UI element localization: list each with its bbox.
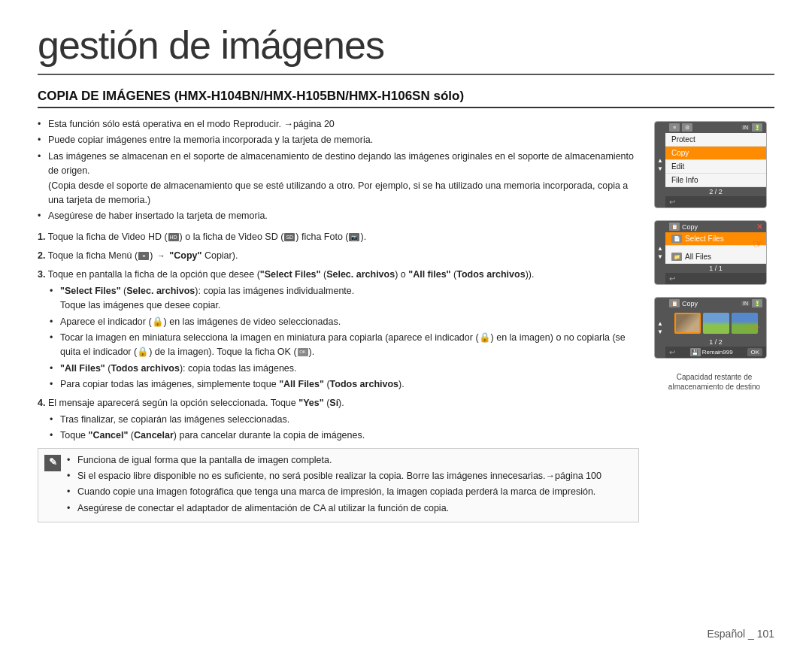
- screen2-header: 📋 Copy ✕: [665, 221, 766, 232]
- menu-icon: ≡: [669, 123, 680, 132]
- screen2: ▲ ▼ 📋 Copy ✕ 📄 Select Files: [654, 220, 767, 285]
- screen1-header: ≡ ⚙ IN 🔋: [665, 122, 766, 133]
- thumb-1[interactable]: [674, 313, 701, 334]
- remain-label: 💾 Remain999: [690, 348, 733, 356]
- ok-button[interactable]: OK: [747, 348, 762, 356]
- up-arrow[interactable]: ▲: [657, 246, 663, 252]
- bullet-item: Las imágenes se almacenan en el soporte …: [38, 150, 639, 208]
- note-content: Funciona de igual forma que la pantalla …: [67, 453, 601, 518]
- note-icon: ✎: [44, 455, 61, 471]
- sidebar-column: ▲ ▼ ≡ ⚙ IN 🔋 Prote: [654, 117, 774, 525]
- screen3-title: Copy: [682, 300, 698, 307]
- down-arrow[interactable]: ▼: [657, 254, 663, 260]
- page-container: gestión de imágenes COPIA DE IMÁGENES (H…: [0, 0, 812, 651]
- sub-bullet-item: Tocar la imagen en miniatura selecciona …: [50, 331, 639, 360]
- sub-bullet-item: Toque "Cancel" (Cancelar) para cancelar …: [50, 428, 639, 443]
- sub-bullet-item: Para copiar todas las imágenes, simpleme…: [50, 377, 639, 392]
- battery-icon: 🔋: [752, 123, 762, 132]
- protect-item[interactable]: Protect: [665, 133, 766, 147]
- page-title: gestión de imágenes: [38, 23, 774, 75]
- back-icon2[interactable]: ↩: [669, 274, 675, 283]
- copy-icon: 📋: [669, 223, 680, 231]
- note-bullets: Funciona de igual forma que la pantalla …: [67, 453, 601, 516]
- screen1-inner: ≡ ⚙ IN 🔋 Protect Copy Edit File Info: [665, 122, 766, 207]
- thumbnail-row: ☞: [665, 309, 766, 338]
- intro-bullets: Esta función sólo está operativa en el m…: [38, 117, 639, 224]
- sub-bullet-item: Aparece el indicador (🔒) en las imágenes…: [50, 315, 639, 329]
- screen2-back: ↩: [665, 273, 766, 284]
- header-icons: ≡ ⚙: [669, 123, 692, 132]
- screen3-header: 📋 Copy IN 🔋: [665, 298, 766, 309]
- header-right-icons: IN 🔋: [741, 123, 762, 132]
- step-4-sub: Tras finalizar, se copiarán las imágenes…: [50, 413, 639, 444]
- all-files-item[interactable]: 📁 All Files: [665, 250, 766, 264]
- in-label: IN: [741, 125, 750, 130]
- note-bullet: Si el espacio libre disponible no es suf…: [67, 469, 601, 483]
- fileinfo-item[interactable]: File Info: [665, 174, 766, 187]
- note-bullet: Asegúrese de conectar el adaptador de al…: [67, 501, 601, 516]
- text-column: Esta función sólo está operativa en el m…: [38, 117, 639, 525]
- up-arrow[interactable]: ▲: [657, 321, 663, 327]
- battery-icon2: 🔋: [752, 299, 762, 307]
- back-icon3[interactable]: ↩: [669, 348, 675, 356]
- step-4: 4. El mensaje aparecerá según la opción …: [38, 396, 639, 443]
- section-title: COPIA DE IMÁGENES (HMX-H104BN/HMX-H105BN…: [38, 89, 774, 108]
- note-bullet: Funciona de igual forma que la pantalla …: [67, 453, 601, 468]
- up-arrow[interactable]: ▲: [657, 158, 663, 164]
- screen1-back: ↩: [665, 196, 766, 207]
- in-label2: IN: [741, 301, 750, 306]
- screen2-arrows: ▲ ▼: [655, 221, 665, 284]
- sub-bullet-item: Tras finalizar, se copiarán las imágenes…: [50, 413, 639, 427]
- screen1-counter: 2 / 2: [665, 187, 766, 196]
- select-files-item[interactable]: 📄 Select Files ☞: [665, 232, 766, 246]
- copy-item[interactable]: Copy: [665, 147, 766, 160]
- screen2-inner: 📋 Copy ✕ 📄 Select Files ☞ 📁: [665, 221, 766, 284]
- edit-item[interactable]: Edit: [665, 160, 766, 174]
- sub-bullet-item: "All Files" (Todos archivos): copia toda…: [50, 362, 639, 376]
- step-3: 3. Toque en pantalla la ficha de la opci…: [38, 268, 639, 392]
- note-block: ✎ Funciona de igual forma que la pantall…: [38, 448, 639, 523]
- down-arrow[interactable]: ▼: [657, 166, 663, 172]
- screen3-caption: Capacidad restante dealmacenamiento de d…: [654, 372, 774, 392]
- screen1: ▲ ▼ ≡ ⚙ IN 🔋 Prote: [654, 121, 767, 208]
- settings-icon: ⚙: [682, 123, 692, 132]
- back-icon[interactable]: ↩: [669, 198, 675, 206]
- screen2-menu: 📄 Select Files ☞ 📁 All Files: [665, 232, 766, 264]
- screen1-arrows: ▲ ▼: [655, 122, 665, 207]
- content-area: Esta función sólo está operativa en el m…: [38, 117, 774, 525]
- screen3-counter: 1 / 2: [665, 338, 766, 347]
- step-2: 2. Toque la ficha Menú (≡) → "Copy" Copi…: [38, 249, 639, 263]
- step-1: 1. Toque la ficha de Video HD (HD) o la …: [38, 230, 639, 244]
- screen1-menu: Protect Copy Edit File Info: [665, 133, 766, 187]
- screen3-bottom: ↩ 💾 Remain999 OK: [665, 347, 766, 358]
- sub-bullet-item: "Select Files" (Selec. archivos): copia …: [50, 284, 639, 313]
- file-icon: 📄: [671, 235, 682, 243]
- screen3: ▲ ▼ 📋 Copy IN 🔋: [654, 297, 767, 359]
- bullet-item: Asegúrese de haber insertado la tarjeta …: [38, 209, 639, 223]
- step-3-sub: "Select Files" (Selec. archivos): copia …: [50, 284, 639, 392]
- thumb-2[interactable]: [703, 313, 729, 334]
- down-arrow[interactable]: ▼: [657, 329, 663, 335]
- bullet-item: Puede copiar imágenes entre la memoria i…: [38, 133, 639, 147]
- file-icon2: 📁: [671, 253, 682, 261]
- remain-icon: 💾: [690, 348, 701, 356]
- screen3-right-icons: IN 🔋: [741, 299, 762, 307]
- close-button[interactable]: ✕: [756, 223, 762, 231]
- screen2-counter: 1 / 1: [665, 264, 766, 273]
- page-footer: Español _ 101: [707, 628, 774, 640]
- bullet-item: Esta función sólo está operativa en el m…: [38, 117, 639, 132]
- screen2-title: Copy: [682, 223, 698, 231]
- note-bullet: Cuando copie una imagen fotográfica que …: [67, 485, 601, 499]
- screen3-inner: 📋 Copy IN 🔋 ☞ 1 / 2: [665, 298, 766, 358]
- copy-icon2: 📋: [669, 299, 680, 307]
- screen3-arrows: ▲ ▼: [655, 298, 665, 358]
